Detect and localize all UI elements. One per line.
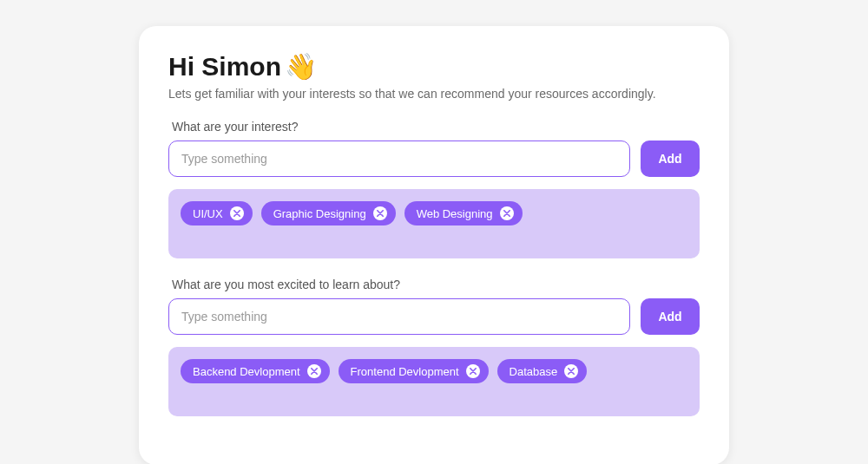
interests-section: What are your interest? Add UI/UX Graphi…	[168, 120, 700, 258]
learning-label: What are you most excited to learn about…	[168, 278, 700, 291]
page-subtitle: Lets get familiar with your interests so…	[168, 87, 700, 101]
interest-chip: Graphic Designing	[261, 201, 396, 225]
interests-chips-box: UI/UX Graphic Designing Web Designing	[168, 189, 700, 258]
interests-label: What are your interest?	[168, 120, 700, 134]
interests-add-button[interactable]: Add	[641, 141, 700, 177]
learning-add-button[interactable]: Add	[641, 298, 700, 335]
learning-section: What are you most excited to learn about…	[168, 278, 700, 416]
chip-label: Web Designing	[417, 207, 493, 220]
close-icon[interactable]	[500, 206, 514, 220]
close-icon[interactable]	[466, 364, 480, 378]
title-text: Hi Simon	[168, 52, 281, 82]
close-icon[interactable]	[373, 206, 387, 220]
close-icon[interactable]	[230, 206, 244, 220]
chip-label: Backend Devlopment	[193, 365, 300, 378]
chip-label: Frontend Devlopment	[351, 365, 459, 378]
chip-label: UI/UX	[193, 207, 223, 220]
learning-chip: Database	[497, 359, 588, 383]
interests-input[interactable]	[168, 141, 630, 177]
interest-chip: UI/UX	[181, 201, 253, 225]
learning-input-row: Add	[168, 298, 700, 335]
close-icon[interactable]	[307, 364, 321, 378]
interest-chip: Web Designing	[404, 201, 523, 225]
interests-input-row: Add	[168, 141, 700, 177]
chip-label: Database	[510, 365, 558, 378]
wave-icon: 👋	[285, 54, 317, 80]
close-icon[interactable]	[564, 364, 578, 378]
page-title: Hi Simon 👋	[168, 52, 700, 82]
learning-chip: Frontend Devlopment	[339, 359, 489, 383]
learning-chip: Backend Devlopment	[181, 359, 330, 383]
learning-chips-box: Backend Devlopment Frontend Devlopment D…	[168, 347, 700, 416]
onboarding-card: Hi Simon 👋 Lets get familiar with your i…	[139, 26, 729, 464]
chip-label: Graphic Designing	[273, 207, 366, 220]
learning-input[interactable]	[168, 298, 630, 335]
